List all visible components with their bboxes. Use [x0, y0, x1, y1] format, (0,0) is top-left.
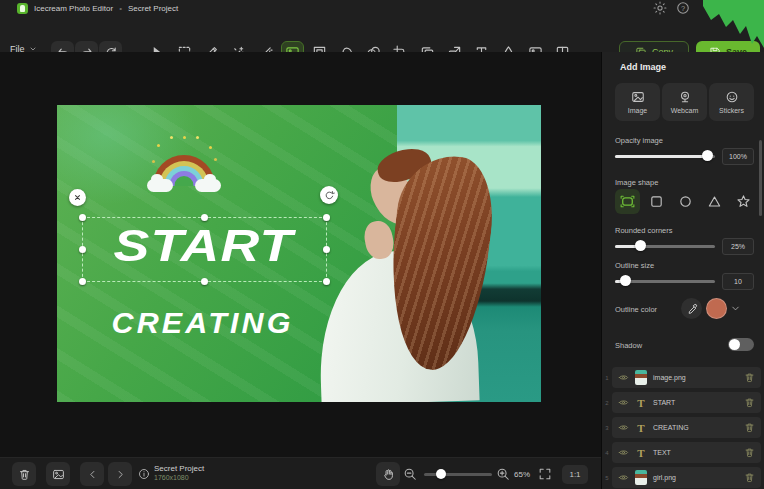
layer-delete-icon[interactable] [744, 372, 755, 383]
rotate-selection-button[interactable] [320, 186, 338, 204]
zoom-in-icon[interactable] [496, 467, 510, 481]
outline-color-swatch[interactable] [706, 298, 727, 319]
layer-visibility-icon[interactable] [618, 372, 629, 383]
layer-row[interactable]: image.png [612, 367, 761, 388]
layer-name: TEXT [653, 449, 738, 456]
outline-color-label: Outline color [615, 305, 657, 314]
rounded-rectangle-icon [619, 193, 636, 210]
layer-delete-icon[interactable] [744, 397, 755, 408]
star-icon [736, 194, 751, 209]
square-icon [649, 194, 664, 209]
outline-size-value[interactable]: 10 [722, 273, 754, 290]
opacity-value[interactable]: 100% [722, 148, 754, 165]
layer-visibility-icon[interactable] [618, 422, 629, 433]
layer-thumbnail [635, 470, 647, 485]
chevron-down-icon[interactable] [730, 303, 741, 314]
shadow-label: Shadow [615, 341, 642, 350]
actual-size-button[interactable]: 1:1 [562, 465, 588, 484]
source-image-button[interactable]: Image [615, 83, 660, 121]
shape-circle[interactable] [673, 189, 698, 214]
corner-decoration [700, 0, 764, 48]
layer-row[interactable]: T TEXT [612, 442, 761, 463]
selection-box[interactable] [82, 217, 327, 282]
layer-delete-icon[interactable] [744, 422, 755, 433]
selection-handle[interactable] [323, 278, 330, 285]
layer-delete-icon[interactable] [744, 472, 755, 483]
layer-index: 5 [602, 475, 612, 481]
opacity-slider[interactable]: 100% [615, 148, 754, 164]
statusbar: Secret Project 1760x1080 65% 1:1 [0, 457, 601, 489]
layer-visibility-icon[interactable] [618, 397, 629, 408]
selection-handle[interactable] [79, 214, 86, 221]
app-title: Icecream Photo Editor [34, 4, 113, 13]
rounded-corners-value[interactable]: 25% [722, 238, 754, 255]
selection-handle[interactable] [201, 278, 208, 285]
canvas-text-creating[interactable]: CREATING [90, 307, 316, 340]
rounded-corners-label: Rounded corners [615, 226, 673, 235]
delete-selection-button[interactable] [69, 189, 86, 206]
layer-name: girl.png [653, 474, 738, 481]
source-stickers-button[interactable]: Stickers [709, 83, 754, 121]
shape-rounded-rectangle[interactable] [615, 189, 640, 214]
text-layer-icon: T [635, 422, 647, 434]
zoom-out-icon[interactable] [403, 467, 417, 481]
opacity-slider-knob[interactable] [702, 150, 713, 161]
delete-project-button[interactable] [12, 462, 36, 486]
cloud-left [147, 179, 173, 192]
source-webcam-button[interactable]: Webcam [662, 83, 707, 121]
panel-scrollbar[interactable] [759, 140, 762, 216]
outline-size-label: Outline size [615, 261, 654, 270]
shape-star[interactable] [731, 189, 756, 214]
title-separator: • [119, 4, 122, 13]
add-image-panel: Add Image Image Webcam Stickers Opacity … [601, 52, 764, 489]
hand-icon [382, 468, 395, 481]
gallery-button[interactable] [46, 462, 70, 486]
selection-handle[interactable] [79, 246, 86, 253]
layer-visibility-icon[interactable] [618, 447, 629, 458]
text-layer-icon: T [635, 397, 647, 409]
trash-icon [18, 468, 31, 481]
layer-thumbnail [635, 370, 647, 385]
shadow-toggle[interactable] [728, 338, 754, 351]
outline-size-knob[interactable] [620, 275, 631, 286]
rounded-corners-knob[interactable] [635, 240, 646, 251]
selection-handle[interactable] [79, 278, 86, 285]
selection-handle[interactable] [323, 246, 330, 253]
layer-delete-icon[interactable] [744, 447, 755, 458]
source-webcam-label: Webcam [671, 107, 699, 114]
outline-size-slider[interactable]: 10 [615, 273, 754, 289]
rounded-corners-slider[interactable]: 25% [615, 238, 754, 254]
canvas-viewport[interactable]: START CREATING [0, 52, 601, 457]
shadow-toggle-knob[interactable] [729, 339, 740, 350]
layer-row[interactable]: T START [612, 392, 761, 413]
fullscreen-icon[interactable] [538, 467, 552, 481]
layer-row[interactable]: girl.png [612, 467, 761, 488]
layer-row[interactable]: T CREATING [612, 417, 761, 438]
prev-button[interactable] [80, 462, 104, 486]
zoom-slider-track[interactable] [424, 473, 492, 476]
zoom-slider-knob[interactable] [436, 469, 446, 479]
help-icon[interactable] [676, 1, 690, 15]
rounded-corners-track[interactable] [615, 245, 715, 248]
opacity-slider-track[interactable] [615, 155, 715, 158]
zoom-slider[interactable] [424, 466, 492, 482]
file-menu[interactable]: File [10, 44, 37, 54]
eyedropper-button[interactable] [681, 298, 702, 319]
shape-options [615, 189, 756, 214]
settings-gear-icon[interactable] [653, 1, 667, 15]
zoom-value: 65% [514, 470, 530, 479]
rainbow-sticker[interactable] [150, 128, 218, 198]
source-stickers-label: Stickers [719, 107, 744, 114]
layer-index: 4 [602, 450, 612, 456]
shape-square[interactable] [644, 189, 669, 214]
next-button[interactable] [108, 462, 132, 486]
layer-index: 2 [602, 400, 612, 406]
selection-handle[interactable] [323, 214, 330, 221]
layer-visibility-icon[interactable] [618, 472, 629, 483]
layer-name: image.png [653, 374, 738, 381]
canvas[interactable]: START CREATING [57, 105, 541, 402]
selection-handle[interactable] [201, 214, 208, 221]
hand-tool-button[interactable] [376, 462, 400, 486]
chevron-down-icon [29, 45, 37, 53]
shape-triangle[interactable] [702, 189, 727, 214]
